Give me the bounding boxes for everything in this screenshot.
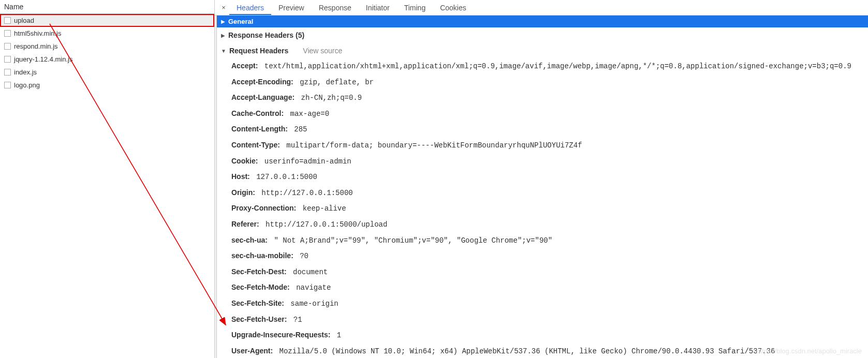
header-line: Content-Length: 285 bbox=[231, 122, 868, 138]
file-row[interactable]: upload bbox=[0, 14, 214, 27]
header-line: Accept: text/html,application/xhtml+xml,… bbox=[231, 58, 868, 74]
header-value: text/html,application/xhtml+xml,applicat… bbox=[260, 62, 851, 70]
header-key: sec-ch-ua-mobile: bbox=[231, 251, 293, 260]
headers-content: ▶ General ▶ Response Headers (5) ▼ Reque… bbox=[215, 16, 868, 358]
header-value: ?0 bbox=[296, 252, 308, 260]
header-key: Sec-Fetch-Mode: bbox=[231, 283, 290, 291]
file-row[interactable]: html5shiv.min.js bbox=[0, 27, 214, 40]
chevron-right-icon: ▶ bbox=[221, 19, 225, 24]
header-value: 285 bbox=[290, 125, 307, 133]
tab-bar: × HeadersPreviewResponseInitiatorTimingC… bbox=[215, 0, 868, 16]
file-name: jquery-1.12.4.min.js bbox=[14, 55, 72, 63]
file-icon bbox=[4, 43, 11, 50]
header-line: Origin: http://127.0.0.1:5000 bbox=[231, 185, 868, 201]
header-line: Sec-Fetch-User: ?1 bbox=[231, 312, 868, 328]
file-name: index.js bbox=[14, 68, 37, 76]
header-value: same-origin bbox=[286, 300, 339, 308]
header-value: http://127.0.0.1:5000/upload bbox=[261, 220, 388, 229]
header-line: Referer: http://127.0.0.1:5000/upload bbox=[231, 217, 868, 233]
header-value: navigate bbox=[292, 284, 331, 292]
file-row[interactable]: logo.png bbox=[0, 79, 214, 92]
header-value: zh-CN,zh;q=0.9 bbox=[297, 94, 362, 102]
header-value: Mozilla/5.0 (Windows NT 10.0; Win64; x64… bbox=[275, 347, 775, 355]
section-request-headers[interactable]: ▼ Request Headers View source bbox=[215, 43, 868, 58]
header-value: gzip, deflate, br bbox=[296, 78, 374, 86]
header-key: Sec-Fetch-User: bbox=[231, 315, 287, 323]
header-key: Origin: bbox=[231, 188, 255, 197]
header-key: Sec-Fetch-Dest: bbox=[231, 267, 287, 276]
header-line: Cache-Control: max-age=0 bbox=[231, 106, 868, 122]
header-line: Host: 127.0.0.1:5000 bbox=[231, 169, 868, 185]
header-key: Host: bbox=[231, 172, 250, 181]
header-key: sec-ch-ua: bbox=[231, 236, 268, 244]
header-value: ?1 bbox=[289, 316, 302, 324]
section-response-headers[interactable]: ▶ Response Headers (5) bbox=[215, 27, 868, 43]
tab-response[interactable]: Response bbox=[312, 1, 359, 15]
watermark: https://blog.csdn.net/apollo_miracle bbox=[756, 347, 862, 355]
file-icon bbox=[4, 30, 11, 37]
file-row[interactable]: jquery-1.12.4.min.js bbox=[0, 53, 214, 66]
file-name: html5shiv.min.js bbox=[14, 29, 62, 37]
tab-preview[interactable]: Preview bbox=[271, 1, 312, 15]
file-name: respond.min.js bbox=[14, 42, 58, 50]
header-value: 127.0.0.1:5000 bbox=[252, 173, 317, 181]
header-key: Cache-Control: bbox=[231, 109, 284, 117]
header-value: multipart/form-data; boundary=----WebKit… bbox=[282, 141, 582, 150]
file-row[interactable]: respond.min.js bbox=[0, 40, 214, 53]
panel-resize-handle[interactable] bbox=[214, 16, 217, 358]
header-value: max-age=0 bbox=[286, 110, 329, 118]
header-key: Upgrade-Insecure-Requests: bbox=[231, 331, 330, 339]
header-line: Accept-Language: zh-CN,zh;q=0.9 bbox=[231, 90, 868, 106]
header-line: Cookie: userinfo=admin-admin bbox=[231, 154, 868, 170]
tab-timing[interactable]: Timing bbox=[397, 1, 433, 15]
section-general[interactable]: ▶ General bbox=[215, 16, 868, 27]
header-value: userinfo=admin-admin bbox=[260, 157, 351, 166]
header-key: Accept-Encoding: bbox=[231, 78, 293, 86]
header-line: Sec-Fetch-Dest: document bbox=[231, 264, 868, 280]
header-key: Content-Type: bbox=[231, 141, 280, 149]
header-line: Upgrade-Insecure-Requests: 1 bbox=[231, 327, 868, 344]
file-row[interactable]: index.js bbox=[0, 66, 214, 79]
header-value: " Not A;Brand";v="99", "Chromium";v="90"… bbox=[270, 236, 552, 245]
chevron-right-icon: ▶ bbox=[221, 33, 225, 38]
chevron-down-icon: ▼ bbox=[221, 48, 226, 54]
header-value: http://127.0.0.1:5000 bbox=[257, 189, 353, 197]
header-key: User-Agent: bbox=[231, 347, 273, 355]
file-icon bbox=[4, 56, 11, 63]
section-request-headers-title: Request Headers bbox=[229, 47, 288, 55]
section-general-title: General bbox=[228, 18, 253, 25]
header-key: Accept-Language: bbox=[231, 93, 295, 101]
network-request-list: Name uploadhtml5shiv.min.jsrespond.min.j… bbox=[0, 0, 215, 358]
header-key: Sec-Fetch-Site: bbox=[231, 299, 284, 307]
header-value: document bbox=[289, 268, 328, 276]
header-key: Accept: bbox=[231, 62, 258, 70]
header-line: Content-Type: multipart/form-data; bound… bbox=[231, 138, 868, 154]
request-headers-block: Accept: text/html,application/xhtml+xml,… bbox=[215, 58, 868, 358]
file-icon bbox=[4, 82, 11, 88]
header-line: sec-ch-ua-mobile: ?0 bbox=[231, 248, 868, 264]
section-response-headers-title: Response Headers bbox=[228, 31, 293, 39]
column-header-name[interactable]: Name bbox=[0, 0, 214, 14]
header-key: Referer: bbox=[231, 220, 259, 228]
header-value: keep-alive bbox=[298, 204, 346, 213]
header-line: Sec-Fetch-Mode: navigate bbox=[231, 280, 868, 296]
file-name: logo.png bbox=[14, 81, 40, 89]
file-icon bbox=[4, 17, 11, 24]
header-key: Cookie: bbox=[231, 157, 258, 165]
view-source-link[interactable]: View source bbox=[303, 47, 342, 55]
details-panel: × HeadersPreviewResponseInitiatorTimingC… bbox=[215, 0, 868, 358]
header-line: Accept-Encoding: gzip, deflate, br bbox=[231, 74, 868, 91]
close-icon[interactable]: × bbox=[218, 4, 229, 11]
header-line: sec-ch-ua: " Not A;Brand";v="99", "Chrom… bbox=[231, 233, 868, 249]
tab-cookies[interactable]: Cookies bbox=[433, 1, 474, 15]
tab-headers[interactable]: Headers bbox=[229, 1, 271, 15]
file-icon bbox=[4, 69, 11, 76]
file-list: uploadhtml5shiv.min.jsrespond.min.jsjque… bbox=[0, 14, 214, 358]
header-line: Sec-Fetch-Site: same-origin bbox=[231, 296, 868, 312]
tab-initiator[interactable]: Initiator bbox=[359, 1, 397, 15]
header-line: Proxy-Connection: keep-alive bbox=[231, 201, 868, 217]
file-name: upload bbox=[14, 17, 34, 24]
header-key: Content-Length: bbox=[231, 125, 288, 133]
header-value: 1 bbox=[332, 331, 341, 339]
header-key: Proxy-Connection: bbox=[231, 204, 296, 212]
